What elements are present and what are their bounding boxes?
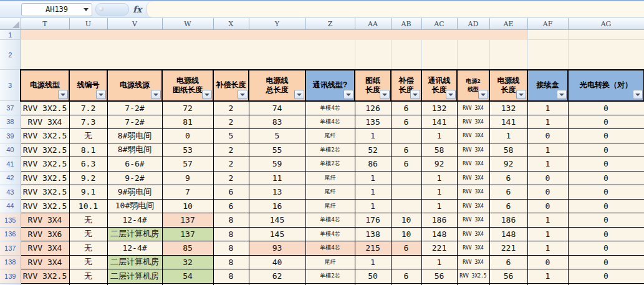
cell-Y37[interactable]: 74: [249, 101, 305, 115]
cell-Y138[interactable]: 40: [249, 255, 305, 269]
cell-AE135[interactable]: 186: [489, 213, 527, 228]
cell-V42[interactable]: 9-2#: [107, 171, 162, 185]
cell-AF139[interactable]: 1: [527, 269, 568, 284]
cell-Y42[interactable]: 11: [249, 171, 305, 185]
cell-AB38[interactable]: 6: [391, 115, 421, 129]
cell-AB37[interactable]: 6: [391, 101, 421, 115]
cell-X42[interactable]: 2: [213, 171, 249, 185]
row-header-37[interactable]: 37: [0, 101, 21, 115]
column-header-Y[interactable]: Y: [249, 18, 305, 30]
cell-X39[interactable]: 5: [213, 129, 249, 143]
cell-AE39[interactable]: 1: [489, 129, 527, 143]
cell-AD43[interactable]: RVV 3X4: [457, 185, 489, 200]
cell-W135[interactable]: 137: [162, 213, 213, 228]
cell-AG44[interactable]: 0: [568, 199, 644, 213]
cell-AC138[interactable]: 1: [421, 255, 457, 269]
row-header-42[interactable]: 42: [0, 171, 21, 185]
cell-AA40[interactable]: 52: [355, 143, 391, 157]
header-cell-AA[interactable]: 图纸长度: [355, 70, 391, 101]
row-header-3[interactable]: 3: [0, 70, 21, 101]
cell-AE40[interactable]: 58: [489, 143, 527, 157]
cell-AB139[interactable]: 6: [391, 269, 421, 284]
cell-AE41[interactable]: 92: [489, 157, 527, 171]
cell-AD37[interactable]: RVV 3X4: [457, 101, 489, 115]
filter-dropdown-icon[interactable]: [410, 90, 420, 99]
cell-AF44[interactable]: 0: [527, 199, 568, 213]
cell-AE137[interactable]: 221: [489, 241, 527, 256]
cell-AD139[interactable]: RVV 3X2.5: [457, 269, 489, 284]
cell-T138[interactable]: RVV 3X4: [21, 255, 69, 269]
cell-row2[interactable]: [421, 40, 457, 70]
cell-AG42[interactable]: 0: [568, 171, 644, 185]
row-header-136[interactable]: 136: [0, 227, 21, 241]
select-all-corner[interactable]: [0, 18, 21, 30]
cell-AF138[interactable]: 0: [527, 255, 568, 269]
cell-AB42[interactable]: [391, 171, 421, 185]
cell-T41[interactable]: RVV 3X2.5: [21, 157, 69, 171]
cell-AB43[interactable]: [391, 185, 421, 200]
cell-row2[interactable]: [527, 40, 568, 70]
header-cell-Z[interactable]: 通讯线型?: [305, 70, 355, 101]
header-cell-T[interactable]: 电源线型: [21, 70, 69, 101]
cell-Y136[interactable]: 145: [249, 227, 305, 241]
cell-Y135[interactable]: 145: [249, 213, 305, 228]
cell-AF41[interactable]: 1: [527, 157, 568, 171]
cell-Y139[interactable]: 62: [249, 269, 305, 284]
cell-AF37[interactable]: 1: [527, 101, 568, 115]
cell-T40[interactable]: RVV 3X2.5: [21, 143, 69, 157]
cell-U41[interactable]: 6.3: [69, 157, 107, 171]
filter-dropdown-icon[interactable]: [516, 90, 526, 99]
cell-AB136[interactable]: 10: [391, 227, 421, 241]
cell-W139[interactable]: 54: [162, 269, 213, 284]
cell-V40[interactable]: 8#弱电间: [107, 143, 162, 157]
highlight-band-cell[interactable]: [21, 30, 527, 40]
header-cell-AG[interactable]: 光电转换（对）: [568, 70, 644, 101]
header-cell-AD[interactable]: 电源2线型: [457, 70, 489, 101]
header-cell-AB[interactable]: 补偿长度: [391, 70, 421, 101]
formula-input[interactable]: [147, 1, 644, 17]
cell-W40[interactable]: 53: [162, 143, 213, 157]
cell-T43[interactable]: RVV 3X2.5: [21, 185, 69, 200]
cell-AE139[interactable]: 56: [489, 269, 527, 284]
cell-AA137[interactable]: 215: [355, 241, 391, 256]
cell-U38[interactable]: 7.3: [69, 115, 107, 129]
cell-AE38[interactable]: 141: [489, 115, 527, 129]
cell-X43[interactable]: 6: [213, 185, 249, 200]
cell-U44[interactable]: 10.1: [69, 199, 107, 213]
row-header-38[interactable]: 38: [0, 115, 21, 129]
row-header-2[interactable]: 2: [0, 40, 21, 70]
header-cell-V[interactable]: 电源线源: [107, 70, 162, 101]
cell-AG40[interactable]: 0: [568, 143, 644, 157]
cell-Z42[interactable]: 尾纤: [305, 171, 355, 185]
row-header-39[interactable]: 39: [0, 129, 21, 143]
column-header-AD[interactable]: AD: [457, 18, 489, 30]
cell-AC44[interactable]: 1: [421, 199, 457, 213]
cell-AD40[interactable]: RVV 3X4: [457, 143, 489, 157]
cell-T37[interactable]: RVV 3X2.5: [21, 101, 69, 115]
row-header-139[interactable]: 139: [0, 269, 21, 284]
cell-AD42[interactable]: RVV 3X4: [457, 171, 489, 185]
cell-X37[interactable]: 2: [213, 101, 249, 115]
cell-W138[interactable]: 32: [162, 255, 213, 269]
cell-Z37[interactable]: 单模4芯: [305, 101, 355, 115]
cell-T39[interactable]: RVV 3X2.5: [21, 129, 69, 143]
cell-row2[interactable]: [391, 40, 421, 70]
cell-AB138[interactable]: [391, 255, 421, 269]
cell-W136[interactable]: 137: [162, 227, 213, 241]
cell-U137[interactable]: 无: [69, 241, 107, 256]
cell-T137[interactable]: RVV 3X4: [21, 241, 69, 256]
namebox-formula-splitter[interactable]: [95, 3, 129, 16]
column-header-U[interactable]: U: [69, 18, 107, 30]
cell-row2[interactable]: [355, 40, 391, 70]
cell-T42[interactable]: RVV 3X2.5: [21, 171, 69, 185]
cell-AG137[interactable]: 0: [568, 241, 644, 256]
cell-AC136[interactable]: 148: [421, 227, 457, 241]
column-header-AA[interactable]: AA: [355, 18, 391, 30]
column-header-AB[interactable]: AB: [391, 18, 421, 30]
column-header-AC[interactable]: AC: [421, 18, 457, 30]
cell-AF1[interactable]: [527, 30, 568, 40]
cell-AC42[interactable]: 1: [421, 171, 457, 185]
row-header-40[interactable]: 40: [0, 143, 21, 157]
cell-Y44[interactable]: 16: [249, 199, 305, 213]
cell-W38[interactable]: 81: [162, 115, 213, 129]
